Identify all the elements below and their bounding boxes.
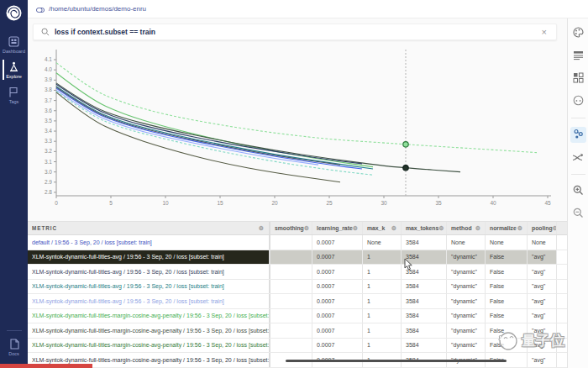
value-cell-smoothing[interactable]	[270, 280, 312, 294]
value-cell-learning_rate[interactable]: 0.0007	[312, 294, 363, 308]
value-cell-max_tokens[interactable]: 3584	[402, 280, 447, 294]
highlighted-point[interactable]	[403, 166, 408, 171]
value-cell-pooling[interactable]: "avg"	[528, 265, 557, 279]
value-cell-learning_rate[interactable]: 0.0007	[312, 235, 363, 250]
query-bar[interactable]: loss if context.subset == train ×	[33, 24, 557, 40]
value-cell-pooling[interactable]: "avg"	[528, 280, 557, 294]
value-cell-pooling[interactable]: None	[528, 235, 557, 250]
value-cell-method[interactable]: "dynamic"	[447, 339, 486, 353]
gear-icon[interactable]: ⚙	[438, 225, 444, 232]
value-cell-normalize[interactable]: False	[486, 280, 528, 294]
column-header-method[interactable]: method⚙	[447, 222, 486, 234]
gear-icon[interactable]: ⚙	[517, 225, 522, 232]
gear-icon[interactable]: ⚙	[475, 225, 480, 232]
value-cell-smoothing[interactable]	[270, 250, 312, 265]
table-row[interactable]: XLM-syntok-dynamic-full-titles-margin-co…	[28, 309, 567, 324]
zoom-in-button[interactable]	[570, 183, 586, 199]
value-cell-learning_rate[interactable]: 0.0007	[312, 250, 363, 265]
value-cell-max_k[interactable]: None	[363, 235, 402, 250]
value-cell-pooling[interactable]: "avg"	[528, 309, 557, 323]
value-cell-max_tokens[interactable]: 3584	[402, 235, 447, 250]
value-cell-method[interactable]: "dynamic"	[447, 250, 486, 265]
metric-name-cell[interactable]: XLM-syntok-dynamic-full-titles-margin-co…	[28, 323, 270, 338]
value-cell-method[interactable]: None	[447, 235, 486, 250]
metric-name-cell[interactable]: XLM-syntok-dynamic-full-titles-avg / 19:…	[28, 280, 270, 294]
value-cell-max_tokens[interactable]: 3584	[402, 250, 447, 265]
table-row[interactable]: XLM-syntok-dynamic-full-titles-avg / 19:…	[28, 294, 567, 309]
gear-icon[interactable]: ⚙	[553, 225, 557, 232]
value-cell-normalize[interactable]: False	[486, 265, 528, 279]
value-cell-smoothing[interactable]	[270, 265, 312, 279]
sidebar-item-docs[interactable]: Docs	[8, 334, 19, 360]
zoom-out-button[interactable]	[570, 206, 586, 222]
value-cell-normalize[interactable]: False	[486, 309, 528, 323]
sidebar-item-dashboard[interactable]: Dashboard	[3, 32, 25, 57]
close-icon[interactable]: ×	[540, 28, 549, 37]
series-medium-green-run[interactable]	[56, 73, 373, 167]
loss-chart[interactable]: 2.82.93.03.13.23.33.43.53.63.73.83.94.04…	[31, 43, 567, 215]
column-header-metric[interactable]: METRIC⚙	[28, 222, 270, 234]
grid-button[interactable]	[570, 71, 586, 87]
value-cell-normalize[interactable]: False	[486, 294, 528, 308]
value-cell-normalize[interactable]: False	[486, 250, 528, 265]
trend-lines-button[interactable]	[570, 150, 586, 166]
horizontal-scrollbar[interactable]	[286, 360, 507, 362]
palette-button[interactable]	[570, 25, 586, 41]
metric-name-cell[interactable]: XLM-syntok-dynamic-full-titles-avg / 19:…	[28, 294, 270, 308]
value-cell-max_tokens[interactable]: 3584	[402, 309, 447, 323]
table-row[interactable]: XLM-syntok-dynamic-full-titles-avg / 19:…	[28, 280, 567, 295]
value-cell-smoothing[interactable]	[270, 339, 312, 353]
value-cell-max_tokens[interactable]: 3584	[402, 294, 447, 308]
value-cell-method[interactable]: "dynamic"	[447, 265, 486, 279]
value-cell-max_k[interactable]: 1	[363, 323, 402, 338]
table-row[interactable]: XLM-syntok-dynamic-full-titles-avg / 19:…	[28, 250, 567, 265]
value-cell-max_k[interactable]: 1	[363, 280, 402, 294]
value-cell-pooling[interactable]: "avg"	[528, 250, 557, 265]
value-cell-method[interactable]: "dynamic"	[447, 323, 486, 338]
value-cell-max_tokens[interactable]: 3584	[402, 265, 447, 279]
column-header-max_tokens[interactable]: max_tokens⚙	[402, 222, 447, 234]
value-cell-learning_rate[interactable]: 0.0007	[312, 323, 363, 338]
value-cell-learning_rate[interactable]: 0.0007	[312, 280, 363, 294]
value-cell-smoothing[interactable]	[270, 309, 312, 323]
metric-name-cell[interactable]: XLM-syntok-dynamic-full-titles-avg / 19:…	[28, 265, 270, 279]
value-cell-method[interactable]: "dynamic"	[447, 280, 486, 294]
series-slate-run[interactable]	[56, 87, 340, 165]
metric-name-cell[interactable]: default / 19:56 - 3 Sep, 20 / loss [subs…	[28, 235, 270, 250]
value-cell-method[interactable]: "dynamic"	[447, 309, 486, 323]
more-circle-button[interactable]	[570, 93, 586, 109]
value-cell-max_k[interactable]: 1	[363, 265, 402, 279]
value-cell-smoothing[interactable]	[270, 323, 312, 338]
metric-name-cell[interactable]: XLM-syntok-dynamic-full-titles-margin-co…	[28, 339, 270, 353]
value-cell-normalize[interactable]: False	[486, 323, 528, 338]
value-cell-pooling[interactable]: "avg"	[528, 294, 557, 308]
series-dark-gray-run[interactable]	[56, 92, 340, 182]
gear-icon[interactable]: ⚙	[304, 225, 309, 232]
metric-name-cell[interactable]: XLM-syntok-dynamic-full-titles-avg / 19:…	[28, 250, 270, 265]
column-header-pooling[interactable]: pooling⚙	[528, 222, 557, 234]
value-cell-max_k[interactable]: 1	[363, 309, 402, 323]
value-cell-normalize[interactable]: None	[486, 235, 528, 250]
highlighted-point[interactable]	[403, 142, 408, 147]
gear-icon[interactable]: ⚙	[391, 225, 396, 232]
series-teal-run[interactable]	[56, 87, 373, 169]
sidebar-item-tags[interactable]: Tags	[3, 82, 25, 108]
table-row[interactable]: default / 19:56 - 3 Sep, 20 / loss [subs…	[28, 235, 567, 250]
value-cell-pooling[interactable]: "avg"	[528, 353, 557, 367]
value-cell-smoothing[interactable]	[270, 235, 312, 250]
value-cell-pooling[interactable]: "avg"	[528, 323, 557, 338]
column-header-learning_rate[interactable]: learning_rate⚙	[312, 222, 363, 234]
value-cell-normalize[interactable]: False	[486, 339, 528, 353]
column-header-normalize[interactable]: normalize⚙	[486, 222, 528, 234]
table-row[interactable]: XLM-syntok-dynamic-full-titles-avg / 19:…	[28, 265, 567, 280]
value-cell-method[interactable]: "dynamic"	[447, 294, 486, 308]
value-cell-max_tokens[interactable]: 3584	[402, 323, 447, 338]
value-cell-smoothing[interactable]	[270, 294, 312, 308]
column-header-max_k[interactable]: max_k⚙	[363, 222, 402, 234]
query-input[interactable]: loss if context.subset == train	[55, 28, 535, 36]
value-cell-max_tokens[interactable]: 3584	[402, 339, 447, 353]
value-cell-max_k[interactable]: 1	[363, 339, 402, 353]
value-cell-pooling[interactable]: "avg"	[528, 339, 557, 353]
table-rows-button[interactable]	[570, 48, 586, 64]
gear-icon[interactable]: ⚙	[353, 225, 358, 232]
